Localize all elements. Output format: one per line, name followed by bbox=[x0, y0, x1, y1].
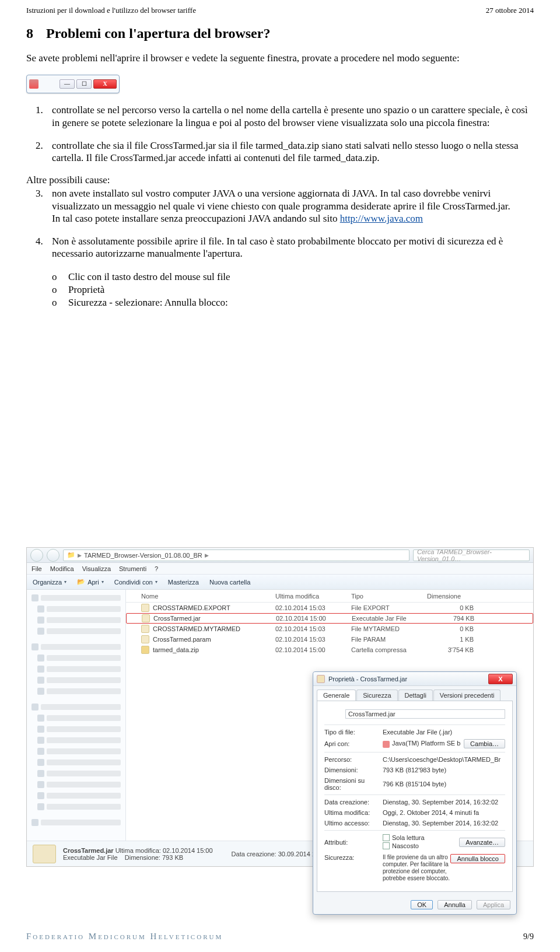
organize-button[interactable]: Organizza ▾ bbox=[33, 579, 66, 586]
java-icon bbox=[383, 741, 390, 748]
readonly-checkbox[interactable]: Sola lettura bbox=[383, 834, 425, 841]
close-button[interactable]: X bbox=[93, 79, 117, 89]
open-button[interactable]: 📂 Apri ▾ bbox=[77, 578, 104, 586]
table-row[interactable]: CROSSTARMED.EXPORT02.10.2014 15:03File E… bbox=[126, 603, 533, 613]
other-causes-heading: Altre possibili cause: bbox=[26, 174, 534, 186]
file-icon bbox=[324, 707, 338, 721]
list-item-1: 1.controllate se nel percorso verso la c… bbox=[52, 104, 534, 129]
share-button[interactable]: Condividi con ▾ bbox=[114, 579, 158, 586]
unblock-button[interactable]: Annulla blocco bbox=[450, 854, 505, 863]
footer-org: Foederatio Medicorum Helveticorum bbox=[26, 932, 223, 942]
intro-paragraph: Se avete problemi nell'aprire il browser… bbox=[26, 52, 534, 64]
sub-item-3: Sicurezza - selezionare: Annulla blocco: bbox=[68, 296, 534, 309]
section-title: Problemi con l'apertura del browser? bbox=[46, 26, 270, 41]
header-left: Istruzioni per il download e l'utilizzo … bbox=[26, 6, 196, 15]
nav-forward-button[interactable] bbox=[47, 549, 60, 562]
nav-back-button[interactable] bbox=[30, 549, 43, 562]
menu-file[interactable]: File bbox=[32, 565, 42, 572]
advanced-button[interactable]: Avanzate… bbox=[459, 838, 505, 847]
maximize-button[interactable]: ☐ bbox=[76, 79, 92, 89]
folder-icon: 📁 bbox=[67, 551, 75, 559]
table-row[interactable]: tarmed_data.zip02.10.2014 15:00Cartella … bbox=[126, 645, 533, 655]
section-number: 8 bbox=[26, 26, 43, 41]
address-bar[interactable]: 📁▶ TARMED_Browser-Version_01.08.00_BR▶ bbox=[63, 550, 410, 561]
change-button[interactable]: Cambia… bbox=[464, 739, 505, 748]
menu-tools[interactable]: Strumenti bbox=[119, 565, 146, 572]
dialog-title: Proprietà - CrossTarmed.jar bbox=[328, 676, 488, 682]
explorer-window: 📁▶ TARMED_Browser-Version_01.08.00_BR▶ C… bbox=[26, 547, 534, 867]
page-number: 9/9 bbox=[523, 932, 534, 942]
menu-help[interactable]: ? bbox=[155, 565, 158, 572]
hidden-checkbox[interactable]: Nascosto bbox=[383, 842, 419, 849]
close-icon[interactable]: X bbox=[488, 674, 513, 684]
tab-details[interactable]: Dettagli bbox=[398, 690, 433, 701]
file-icon bbox=[317, 675, 325, 683]
filename-input[interactable]: CrossTarmed.jar bbox=[345, 709, 505, 719]
file-thumbnail-icon bbox=[33, 845, 56, 863]
table-row[interactable]: CROSSTARMED.MYTARMED02.10.2014 15:03File… bbox=[126, 624, 533, 634]
table-row-highlighted[interactable]: CrossTarmed.jar02.10.2014 15:00Executabl… bbox=[126, 613, 533, 624]
java-empty-window: — ☐ X bbox=[26, 75, 534, 93]
tab-versions[interactable]: Versioni precedenti bbox=[433, 690, 501, 701]
list-item-2: 2.controllate che sia il file CrossTarme… bbox=[52, 139, 534, 164]
java-icon bbox=[29, 79, 38, 89]
section-heading: 8 Problemi con l'apertura del browser? bbox=[26, 26, 534, 41]
list-item-3: 3. non avete installato sul vostro compu… bbox=[52, 187, 534, 225]
menu-bar[interactable]: File Modifica Visualizza Strumenti ? bbox=[27, 563, 533, 575]
properties-dialog: Proprietà - CrossTarmed.jar X Generale S… bbox=[313, 671, 517, 915]
sub-item-2: Proprietà bbox=[68, 284, 534, 296]
menu-edit[interactable]: Modifica bbox=[50, 565, 74, 572]
toolbar: Organizza ▾ 📂 Apri ▾ Condividi con ▾ Mas… bbox=[27, 575, 533, 590]
header-right: 27 ottobre 2014 bbox=[486, 6, 534, 15]
column-headers[interactable]: Nome Ultima modifica Tipo Dimensione bbox=[126, 590, 533, 603]
new-folder-button[interactable]: Nuova cartella bbox=[209, 579, 250, 586]
menu-view[interactable]: Visualizza bbox=[82, 565, 111, 572]
tab-general[interactable]: Generale bbox=[317, 690, 356, 701]
java-link[interactable]: http://www.java.com bbox=[340, 213, 423, 224]
search-input[interactable]: Cerca TARMED_Browser-Version_01.0… bbox=[413, 550, 530, 561]
list-item-4: 4.Non è assolutamente possibile aprire i… bbox=[52, 235, 534, 260]
burn-button[interactable]: Masterizza bbox=[168, 579, 199, 586]
table-row[interactable]: CrossTarmed.param02.10.2014 15:03File PA… bbox=[126, 634, 533, 645]
apply-button[interactable]: Applica bbox=[477, 900, 510, 909]
sub-item-1: Clic con il tasto destro del mouse sul f… bbox=[68, 271, 534, 284]
tab-security[interactable]: Sicurezza bbox=[356, 690, 397, 701]
ok-button[interactable]: OK bbox=[411, 900, 433, 909]
minimize-button[interactable]: — bbox=[60, 79, 75, 89]
file-list: CROSSTARMED.EXPORT02.10.2014 15:03File E… bbox=[126, 603, 533, 655]
sidebar[interactable] bbox=[27, 590, 126, 841]
cancel-button[interactable]: Annulla bbox=[438, 900, 472, 909]
